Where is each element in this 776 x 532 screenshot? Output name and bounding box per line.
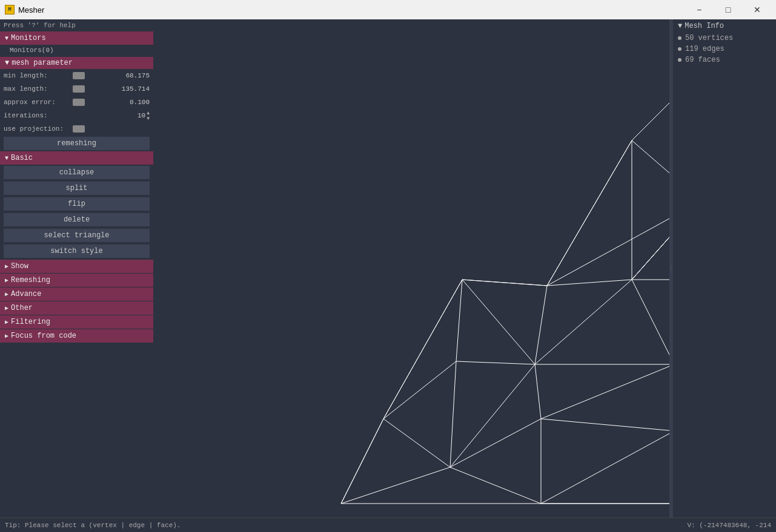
- min-length-label: min length:: [4, 72, 70, 79]
- vertices-count: 50 vertices: [685, 34, 733, 42]
- iterations-stepper[interactable]: ▲ ▼: [147, 111, 150, 121]
- max-length-row: max length: 135.714: [0, 82, 153, 96]
- mesh-param-section-header[interactable]: ▼ mesh parameter: [0, 57, 153, 69]
- max-length-slider[interactable]: [73, 85, 85, 93]
- svg-line-15: [456, 280, 462, 361]
- select-triangle-button[interactable]: select triangle: [4, 229, 150, 242]
- use-projection-label: use projection:: [4, 125, 70, 133]
- vertices-bullet: [678, 36, 681, 40]
- svg-line-2: [632, 71, 669, 140]
- mesh-info-title: Mesh Info: [685, 22, 724, 30]
- other-section[interactable]: ▶ Other: [0, 301, 153, 315]
- svg-line-40: [535, 364, 541, 419]
- other-label: Other: [11, 304, 33, 312]
- flip-button[interactable]: flip: [4, 197, 150, 211]
- approx-error-slider[interactable]: [73, 99, 85, 106]
- viewport-coords: V: (-2147483648, -214: [687, 522, 771, 529]
- advance-label: Advance: [11, 290, 41, 298]
- advance-section[interactable]: ▶ Advance: [0, 287, 153, 301]
- filtering-label: Filtering: [11, 318, 50, 326]
- svg-line-38: [450, 361, 456, 467]
- min-length-value: 68.175: [86, 72, 150, 79]
- mesh-info-arrow: ▼: [678, 22, 682, 30]
- basic-section-header[interactable]: ▼ Basic: [0, 151, 153, 165]
- svg-line-23: [632, 280, 669, 364]
- monitors-sub-item: Monitors(0): [0, 45, 153, 56]
- other-arrow: ▶: [5, 304, 8, 312]
- svg-line-0: [547, 140, 632, 286]
- show-arrow: ▶: [5, 263, 8, 270]
- faces-count: 69 faces: [685, 56, 720, 64]
- use-projection-toggle[interactable]: [73, 125, 85, 133]
- basic-label: Basic: [11, 154, 33, 162]
- svg-line-8: [632, 201, 669, 280]
- monitors-section-header[interactable]: ▼ Monitors: [0, 31, 153, 45]
- mesh-viewport[interactable]: [153, 19, 669, 517]
- faces-info: 69 faces: [678, 56, 771, 64]
- app-title: Mesher: [18, 5, 681, 15]
- show-section[interactable]: ▶ Show: [0, 260, 153, 273]
- mesh-param-label: mesh parameter: [12, 59, 73, 67]
- svg-line-54: [341, 419, 383, 504]
- edges-count: 119 edges: [685, 45, 725, 53]
- delete-button[interactable]: delete: [4, 213, 150, 226]
- filtering-arrow: ▶: [5, 318, 8, 326]
- min-length-slider[interactable]: [73, 72, 85, 79]
- svg-line-13: [462, 280, 547, 286]
- max-length-label: max length:: [4, 85, 70, 93]
- focus-from-code-label: Focus from code: [11, 332, 76, 340]
- min-length-row: min length: 68.175: [0, 69, 153, 82]
- svg-line-48: [341, 467, 450, 504]
- max-length-value: 135.714: [86, 85, 150, 93]
- filtering-section[interactable]: ▶ Filtering: [0, 315, 153, 329]
- split-button[interactable]: split: [4, 182, 150, 195]
- approx-error-label: approx error:: [4, 99, 70, 106]
- svg-line-35: [383, 361, 456, 419]
- iterations-row: iterations: 10 ▲ ▼: [0, 109, 153, 122]
- edges-info: 119 edges: [678, 45, 771, 53]
- statusbar: Tip: Please select a (vertex | edge | fa…: [0, 517, 776, 532]
- maximize-button[interactable]: □: [714, 0, 742, 19]
- mesh-info-panel: ▼ Mesh Info 50 vertices 119 edges 69 fac…: [673, 19, 776, 517]
- main-container: Press '?' for help ▼ Monitors Monitors(0…: [0, 19, 776, 517]
- vertices-info: 50 vertices: [678, 34, 771, 42]
- titlebar: M Mesher − □ ✕: [0, 0, 776, 19]
- monitors-arrow: ▼: [5, 35, 8, 42]
- status-tip: Tip: Please select a (vertex | edge | fa…: [5, 522, 181, 529]
- monitors-label: Monitors: [11, 34, 46, 42]
- mesh-param-arrow: ▼: [5, 59, 9, 67]
- switch-style-button[interactable]: switch style: [4, 245, 150, 258]
- svg-line-17: [547, 280, 632, 286]
- svg-line-50: [541, 431, 669, 504]
- mesh-canvas[interactable]: [153, 19, 669, 517]
- remeshing-arrow: ▶: [5, 277, 8, 284]
- remesh-button[interactable]: remeshing: [4, 137, 150, 150]
- sidebar: Press '?' for help ▼ Monitors Monitors(0…: [0, 19, 153, 517]
- approx-error-value: 0.100: [86, 99, 150, 106]
- app-icon: M: [5, 5, 15, 15]
- svg-line-20: [535, 280, 632, 364]
- iterations-label: iterations:: [4, 112, 70, 119]
- show-label: Show: [11, 262, 28, 271]
- svg-line-18: [535, 286, 547, 364]
- focus-from-code-section[interactable]: ▶ Focus from code: [0, 329, 153, 343]
- svg-line-45: [541, 419, 669, 431]
- svg-line-36: [383, 419, 450, 467]
- help-tip: Press '?' for help: [0, 19, 153, 31]
- edges-bullet: [678, 47, 681, 51]
- svg-line-44: [450, 419, 541, 467]
- svg-line-47: [450, 467, 541, 504]
- svg-line-1: [632, 140, 669, 201]
- focus-from-code-arrow: ▶: [5, 332, 8, 340]
- collapse-button[interactable]: collapse: [4, 166, 150, 179]
- svg-line-14: [383, 280, 462, 419]
- remeshing-section[interactable]: ▶ Remeshing: [0, 274, 153, 287]
- iterations-value: 10: [73, 112, 145, 119]
- svg-line-21: [632, 201, 669, 280]
- svg-line-16: [462, 280, 535, 364]
- remeshing-label: Remeshing: [11, 276, 50, 284]
- minimize-button[interactable]: −: [685, 0, 713, 19]
- approx-error-row: approx error: 0.100: [0, 96, 153, 109]
- close-button[interactable]: ✕: [743, 0, 771, 19]
- svg-line-55: [547, 201, 669, 286]
